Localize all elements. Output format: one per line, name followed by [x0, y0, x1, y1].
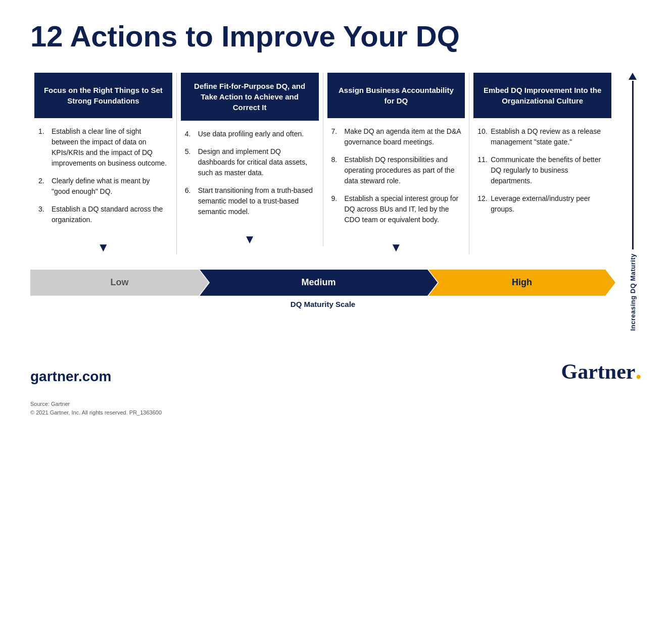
column-1-content: 1.Establish a clear line of sight betwee…	[34, 118, 172, 232]
li-num: 3.	[38, 204, 49, 225]
columns-wrapper: Focus on the Right Things to Set Strong …	[30, 73, 615, 335]
maturity-scale-label: DQ Maturity Scale	[30, 300, 615, 308]
li-text: Clearly define what is meant by "good en…	[52, 176, 168, 197]
gartner-logo: Gartner.	[561, 355, 642, 385]
li-text: Establish DQ responsibilities and operat…	[345, 154, 461, 186]
list-item: 6.Start transitioning from a truth-based…	[185, 185, 315, 217]
maturity-bar-container: Low Medium High	[30, 270, 615, 296]
li-text: Start transitioning from a truth-based s…	[198, 185, 315, 217]
li-num: 2.	[38, 176, 49, 197]
li-text: Establish a special interest group for D…	[345, 193, 461, 225]
gartner-logo-text: Gartner	[561, 360, 636, 383]
li-text: Design and implement DQ dashboards for c…	[198, 146, 315, 178]
source-line1: Source: Gartner	[30, 400, 642, 409]
side-arrow-line	[632, 81, 634, 250]
column-2-header: Define Fit-for-Purpose DQ, and Take Acti…	[181, 73, 319, 121]
list-item: 12.Leverage external/industry peer group…	[477, 193, 607, 215]
list-item: 5.Design and implement DQ dashboards for…	[185, 146, 315, 178]
li-text: Communicate the benefits of better DQ re…	[491, 154, 607, 186]
li-num: 10.	[477, 126, 488, 147]
arrow-down-3: ▼	[327, 240, 465, 254]
source-line2: © 2021 Gartner, Inc. All rights reserved…	[30, 408, 642, 418]
arrow-down-1: ▼	[34, 240, 172, 254]
li-text: Leverage external/industry peer groups.	[491, 193, 607, 215]
li-num: 1.	[38, 126, 49, 169]
diagram-and-arrow: Focus on the Right Things to Set Strong …	[30, 73, 642, 335]
li-num: 7.	[331, 126, 342, 147]
list-item: 11.Communicate the benefits of better DQ…	[477, 154, 607, 186]
side-arrow-container: Increasing DQ Maturity	[623, 73, 642, 335]
column-4-header: Embed DQ Improvement Into the Organizati…	[473, 73, 611, 118]
bar-high: High	[428, 270, 615, 296]
list-item: 10.Establish a DQ review as a release ma…	[477, 126, 607, 147]
list-item: 7.Make DQ an agenda item at the D&A gove…	[331, 126, 461, 147]
column-1-header: Focus on the Right Things to Set Strong …	[34, 73, 172, 118]
list-item: 3.Establish a DQ standard across the org…	[38, 204, 168, 225]
column-2: Define Fit-for-Purpose DQ, and Take Acti…	[177, 73, 323, 246]
column-2-content: 4.Use data profiling early and often. 5.…	[181, 121, 319, 224]
footer-section: gartner.com Gartner.	[30, 355, 642, 385]
list-item: 2.Clearly define what is meant by "good …	[38, 176, 168, 197]
list-item: 1.Establish a clear line of sight betwee…	[38, 126, 168, 169]
li-text: Establish a DQ review as a release manag…	[491, 126, 607, 147]
li-num: 8.	[331, 154, 342, 186]
li-num: 6.	[185, 185, 195, 217]
column-3-header: Assign Business Accountability for DQ	[327, 73, 465, 118]
columns-row: Focus on the Right Things to Set Strong …	[30, 73, 615, 254]
column-3-content: 7.Make DQ an agenda item at the D&A gove…	[327, 118, 465, 232]
li-num: 5.	[185, 146, 195, 178]
arrow-up-triangle	[629, 73, 637, 80]
li-text: Establish a DQ standard across the organ…	[52, 204, 168, 225]
list-item: 9.Establish a special interest group for…	[331, 193, 461, 225]
arrow-down-2: ▼	[181, 232, 319, 246]
column-1: Focus on the Right Things to Set Strong …	[30, 73, 177, 254]
list-item: 4.Use data profiling early and often.	[185, 129, 315, 139]
footer-left: gartner.com	[30, 369, 111, 385]
list-item: 8.Establish DQ responsibilities and oper…	[331, 154, 461, 186]
li-num: 11.	[477, 154, 488, 186]
column-4: Embed DQ Improvement Into the Organizati…	[469, 73, 615, 222]
li-text: Establish a clear line of sight between …	[52, 126, 168, 169]
gartner-logo-dot: .	[636, 356, 642, 384]
li-num: 9.	[331, 193, 342, 225]
source-text: Source: Gartner © 2021 Gartner, Inc. All…	[30, 400, 642, 418]
column-4-content: 10.Establish a DQ review as a release ma…	[473, 118, 611, 222]
gartner-url: gartner.com	[30, 369, 111, 385]
side-arrow-text: Increasing DQ Maturity	[629, 253, 637, 331]
bar-low: Low	[30, 270, 209, 296]
main-title: 12 Actions to Improve Your DQ	[30, 20, 642, 53]
li-num: 12.	[477, 193, 488, 215]
li-num: 4.	[185, 129, 195, 139]
column-3: Assign Business Accountability for DQ 7.…	[323, 73, 470, 254]
li-text: Use data profiling early and often.	[198, 129, 304, 139]
bar-medium: Medium	[200, 270, 438, 296]
li-text: Make DQ an agenda item at the D&A govern…	[345, 126, 461, 147]
